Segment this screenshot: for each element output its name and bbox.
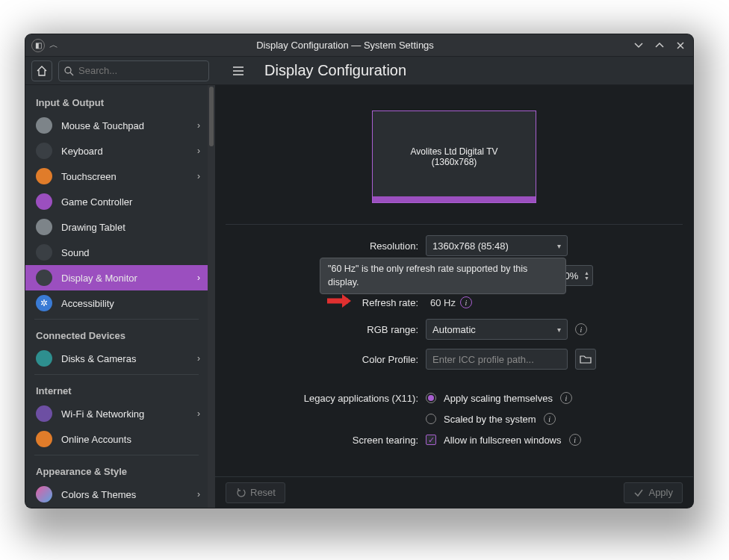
sidebar-item-label: Online Accounts bbox=[61, 434, 200, 445]
wifi-icon bbox=[36, 405, 52, 422]
footer: Reset Apply bbox=[215, 476, 693, 508]
reset-button[interactable]: Reset bbox=[226, 482, 285, 503]
info-icon[interactable]: i bbox=[575, 323, 587, 335]
sidebar-scrollbar[interactable] bbox=[208, 85, 215, 508]
legacy-radio-system-scaled[interactable] bbox=[426, 414, 436, 424]
chevron-down-icon: ▾ bbox=[557, 242, 561, 250]
search-icon bbox=[63, 66, 74, 76]
info-icon[interactable]: i bbox=[569, 434, 581, 446]
sidebar-item-game-controller[interactable]: Game Controller bbox=[25, 189, 208, 214]
title-bar: ◧ ︿ Display Configuration — System Setti… bbox=[25, 34, 693, 57]
rgb-range-select[interactable]: Automatic ▾ bbox=[426, 319, 568, 340]
rgb-range-value: Automatic bbox=[432, 324, 476, 335]
chevron-right-icon: › bbox=[197, 408, 200, 419]
sidebar-item-label: Mouse & Touchpad bbox=[61, 120, 197, 131]
resolution-select[interactable]: 1360x768 (85:48) ▾ bbox=[426, 235, 568, 256]
sidebar-section-header: Input & Output bbox=[25, 90, 208, 113]
monitor-mode: (1360x768) bbox=[432, 157, 477, 167]
maximize-button[interactable] bbox=[653, 39, 666, 52]
legacy-radio-apply-themselves[interactable] bbox=[426, 393, 436, 403]
sidebar-item-drawing-tablet[interactable]: Drawing Tablet bbox=[25, 214, 208, 240]
screen-tearing-label: Screen tearing: bbox=[227, 435, 418, 446]
refresh-rate-label: Refresh rate: bbox=[227, 297, 418, 308]
rgb-range-label: RGB range: bbox=[227, 324, 418, 335]
display-preview: Avolites Ltd Digital TV (1360x768) bbox=[215, 85, 693, 214]
window-title: Display Configuration — System Settings bbox=[58, 40, 632, 51]
sidebar-item-keyboard[interactable]: Keyboard› bbox=[25, 138, 208, 164]
sidebar-item-accessibility[interactable]: ✲Accessibility bbox=[25, 290, 208, 316]
menu-icon bbox=[232, 64, 245, 78]
screen-tearing-opt-label: Allow in fullscreen windows bbox=[444, 435, 562, 446]
chevron-right-icon: › bbox=[197, 171, 200, 181]
tablet-icon bbox=[36, 219, 52, 235]
resolution-value: 1360x768 (85:48) bbox=[432, 240, 509, 252]
chevron-right-icon: › bbox=[197, 353, 200, 364]
a11y-icon: ✲ bbox=[36, 295, 52, 311]
sidebar-item-display-monitor[interactable]: Display & Monitor› bbox=[25, 265, 208, 290]
screen-tearing-checkbox[interactable] bbox=[426, 435, 436, 445]
reset-label: Reset bbox=[250, 487, 276, 498]
sidebar-item-touchscreen[interactable]: Touchscreen› bbox=[25, 164, 208, 189]
legacy-apps-label: Legacy applications (X11): bbox=[227, 393, 418, 404]
chevron-down-icon: ▾ bbox=[557, 326, 561, 334]
legacy-opt2-label: Scaled by the system bbox=[444, 414, 536, 425]
sidebar-section-header: Connected Devices bbox=[25, 323, 208, 346]
legacy-opt1-label: Apply scaling themselves bbox=[444, 393, 553, 404]
refresh-rate-value: 60 Hz bbox=[430, 297, 456, 308]
search-input[interactable] bbox=[78, 65, 204, 76]
gamepad-icon bbox=[36, 193, 52, 210]
keep-above-icon[interactable]: ︿ bbox=[49, 39, 58, 52]
chevron-right-icon: › bbox=[197, 120, 200, 131]
info-icon[interactable]: i bbox=[560, 392, 572, 404]
keyboard-icon bbox=[36, 143, 52, 159]
accounts-icon bbox=[36, 431, 52, 447]
monitor-name: Avolites Ltd Digital TV bbox=[411, 146, 498, 157]
refresh-rate-tooltip: "60 Hz" is the only refresh rate support… bbox=[320, 258, 566, 294]
close-button[interactable] bbox=[674, 39, 687, 52]
home-button[interactable] bbox=[31, 60, 52, 81]
sound-icon bbox=[36, 244, 52, 261]
sidebar-item-label: Sound bbox=[61, 247, 200, 258]
color-profile-field[interactable] bbox=[426, 349, 568, 370]
home-icon bbox=[36, 65, 48, 77]
info-icon[interactable]: i bbox=[544, 413, 556, 425]
sidebar-item-online-accounts[interactable]: Online Accounts bbox=[25, 426, 208, 452]
sidebar-item-colors-themes[interactable]: Colors & Themes› bbox=[25, 482, 208, 507]
minimize-button[interactable] bbox=[632, 39, 645, 52]
display-settings-form: Resolution: 1360x768 (85:48) ▾ Scale: bbox=[215, 225, 693, 446]
sidebar-item-label: Touchscreen bbox=[61, 171, 197, 182]
sidebar-item-disks-cameras[interactable]: Disks & Cameras› bbox=[25, 346, 208, 371]
apply-button[interactable]: Apply bbox=[624, 482, 683, 503]
sidebar-section-header: Internet bbox=[25, 378, 208, 401]
display-icon bbox=[36, 270, 52, 286]
color-profile-input[interactable] bbox=[432, 354, 561, 365]
sidebar-item-label: Disks & Cameras bbox=[61, 353, 197, 364]
check-icon bbox=[633, 488, 644, 498]
app-menu-icon[interactable]: ◧ bbox=[31, 39, 45, 52]
monitor-thumbnail[interactable]: Avolites Ltd Digital TV (1360x768) bbox=[372, 111, 536, 203]
search-field[interactable] bbox=[58, 60, 209, 81]
disk-icon bbox=[36, 350, 52, 367]
color-profile-label: Color Profile: bbox=[227, 354, 418, 365]
sidebar-item-sound[interactable]: Sound bbox=[25, 240, 208, 265]
sidebar: Input & OutputMouse & Touchpad›Keyboard›… bbox=[25, 85, 208, 508]
hamburger-menu-button[interactable] bbox=[229, 61, 248, 81]
sidebar-item-label: Accessibility bbox=[61, 298, 200, 309]
info-icon[interactable]: i bbox=[460, 296, 472, 308]
undo-icon bbox=[235, 488, 246, 498]
sidebar-item-text-fonts[interactable]: Text & Fonts› bbox=[25, 507, 208, 508]
sidebar-item-label: Display & Monitor bbox=[61, 273, 197, 284]
annotation-arrow bbox=[326, 293, 353, 309]
svg-point-0 bbox=[65, 67, 71, 73]
sidebar-item-wi-fi-networking[interactable]: Wi-Fi & Networking› bbox=[25, 401, 208, 426]
chevron-right-icon: › bbox=[197, 146, 200, 156]
sidebar-item-mouse-touchpad[interactable]: Mouse & Touchpad› bbox=[25, 113, 208, 138]
chevron-right-icon: › bbox=[197, 273, 200, 283]
touch-icon bbox=[36, 168, 52, 184]
mouse-icon bbox=[36, 117, 52, 134]
sidebar-item-label: Game Controller bbox=[61, 196, 200, 208]
sidebar-item-label: Wi-Fi & Networking bbox=[61, 408, 197, 420]
browse-button[interactable] bbox=[575, 349, 596, 370]
sidebar-item-label: Drawing Tablet bbox=[61, 222, 200, 233]
chevron-right-icon: › bbox=[197, 489, 200, 500]
